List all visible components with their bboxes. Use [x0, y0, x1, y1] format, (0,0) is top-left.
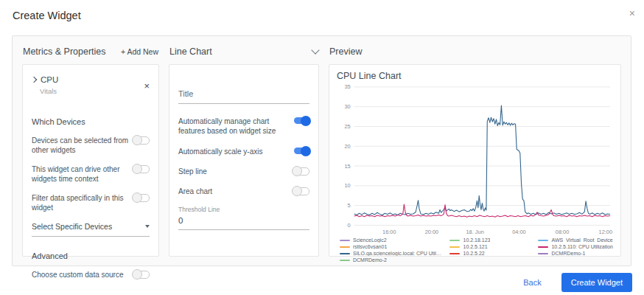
preview-column: Preview CPU Line Chart 0510152025303516:… [329, 43, 621, 257]
svg-text:10: 10 [345, 182, 351, 189]
legend-swatch [449, 246, 460, 249]
svg-text:20:00: 20:00 [425, 229, 439, 235]
legend-item[interactable]: rstlsvc6vsan01 [340, 244, 449, 250]
preview-title: Preview [329, 46, 362, 57]
toggle-area-chart[interactable] [293, 187, 309, 195]
chart-title: CPU Line Chart [337, 71, 613, 81]
chevron-down-icon[interactable] [311, 46, 319, 54]
chart-title-input[interactable] [178, 88, 309, 104]
toggle-drive-time-context[interactable] [133, 165, 150, 173]
svg-text:15: 15 [345, 163, 351, 170]
legend-label: 10.2.18.123 [463, 237, 490, 243]
legend-swatch [449, 240, 460, 242]
legend-column: 10.2.18.12310.2.5.12110.2.5.22 [449, 237, 538, 263]
legend-swatch [340, 260, 350, 262]
legend-swatch [340, 253, 350, 255]
svg-text:30: 30 [345, 103, 351, 110]
toggle-row-custom-data-source: Choose custom data source [32, 270, 150, 280]
legend-item[interactable]: 10.2.5.110: CPU Utilization [538, 244, 613, 250]
threshold-line-label: Threshold Line [178, 206, 309, 213]
legend-item[interactable]: DCMRDemo-1 [538, 251, 613, 257]
legend-swatch [538, 253, 548, 255]
metrics-card: CPU Vitals × Which Devices Devices can b… [22, 64, 159, 257]
svg-text:12:00: 12:00 [599, 229, 613, 235]
metrics-properties-column: Metrics & Properties + Add New CPU Vital… [22, 43, 159, 257]
preview-card: CPU Line Chart 0510152025303516:0020:001… [329, 64, 621, 257]
legend-item[interactable]: 10.2.5.22 [449, 251, 538, 257]
toggle-row-area-chart: Area chart [178, 187, 309, 196]
chart-legend: ScienceLogic2rstlsvc6vsan01SILO.qa.scien… [337, 237, 613, 263]
selected-metric-row[interactable]: CPU Vitals × [32, 75, 150, 95]
select-specific-devices-dropdown[interactable]: Select Specific Devices [32, 222, 150, 237]
metric-name: CPU [41, 75, 58, 84]
chevron-right-icon[interactable] [31, 77, 37, 83]
legend-label: DCMRDemo-2 [353, 257, 387, 263]
legend-item[interactable]: 10.2.5.121 [449, 244, 538, 250]
svg-text:20: 20 [345, 143, 351, 150]
legend-label: AWS_Virtual_Root_Device [551, 237, 612, 243]
chart-settings-column: Line Chart Automatically manage chart fe… [169, 43, 319, 257]
cpu-line-chart: 0510152025303516:0020:0018. Jun04:0008:0… [337, 83, 613, 237]
svg-text:0: 0 [348, 222, 351, 229]
toggle-row-filter-data: Filter data specifically in this widget [32, 193, 150, 212]
close-icon[interactable]: × [629, 8, 635, 18]
remove-metric-icon[interactable]: × [144, 81, 150, 91]
chart-settings-card: Automatically manage chart features base… [169, 64, 319, 257]
legend-column: AWS_Virtual_Root_Device10.2.5.110: CPU U… [538, 237, 613, 263]
legend-label: 10.2.5.121 [463, 244, 487, 249]
toggle-step-line[interactable] [293, 167, 309, 176]
legend-swatch [538, 246, 548, 249]
add-new-button[interactable]: + Add New [121, 47, 158, 56]
legend-label: rstlsvc6vsan01 [353, 244, 387, 249]
legend-item[interactable]: AWS_Virtual_Root_Device [538, 237, 613, 243]
dialog-footer: Back Create Widget [523, 273, 632, 292]
toggle-row-auto-scale: Automatically scale y-axis [178, 147, 309, 156]
dialog-title: Create Widget [13, 10, 81, 21]
legend-item[interactable]: DCMRDemo-2 [340, 257, 449, 263]
legend-swatch [340, 240, 350, 242]
which-devices-heading: Which Devices [32, 117, 150, 126]
toggle-auto-manage-features[interactable] [294, 117, 309, 124]
legend-swatch [538, 240, 548, 242]
toggle-row-step-line: Step line [178, 167, 309, 176]
svg-text:16:00: 16:00 [382, 229, 396, 235]
legend-item[interactable]: SILO.qa.sciencelogic.local: CPU Utilizat… [340, 251, 449, 257]
toggle-row-select-from-other-widgets: Devices can be selected from other widge… [32, 136, 150, 155]
legend-label: ScienceLogic2 [353, 237, 387, 243]
toggle-custom-data-source[interactable] [133, 271, 150, 279]
create-widget-button[interactable]: Create Widget [561, 273, 632, 292]
toggle-filter-data[interactable] [133, 194, 150, 202]
legend-column: ScienceLogic2rstlsvc6vsan01SILO.qa.scien… [340, 237, 449, 263]
legend-swatch [449, 253, 460, 255]
create-widget-panel: Metrics & Properties + Add New CPU Vital… [12, 35, 631, 266]
toggle-row-drive-time-context: This widget can drive other widgets time… [32, 164, 150, 184]
legend-label: SILO.qa.sciencelogic.local: CPU Utilizat… [353, 251, 441, 256]
toggle-row-auto-manage: Automatically manage chart features base… [178, 117, 309, 136]
legend-item[interactable]: ScienceLogic2 [340, 237, 449, 243]
advanced-heading: Advanced [32, 251, 150, 260]
svg-text:08:00: 08:00 [556, 229, 570, 235]
chart-type-title: Line Chart [169, 46, 212, 57]
metrics-properties-title: Metrics & Properties [23, 46, 106, 57]
legend-item[interactable]: 10.2.18.123 [449, 237, 538, 243]
back-button[interactable]: Back [523, 278, 541, 287]
toggle-auto-scale-y-axis[interactable] [294, 148, 309, 154]
legend-swatch [340, 246, 350, 249]
toggle-select-from-other-widgets[interactable] [133, 136, 150, 145]
caret-down-icon [145, 225, 150, 228]
metric-category: Vitals [40, 87, 58, 95]
legend-label: DCMRDemo-1 [551, 251, 585, 256]
svg-text:35: 35 [345, 83, 351, 90]
svg-text:5: 5 [348, 202, 351, 209]
svg-text:25: 25 [345, 123, 351, 130]
svg-text:04:00: 04:00 [512, 229, 526, 235]
legend-label: 10.2.5.110: CPU Utilization [551, 244, 613, 249]
threshold-line-input[interactable] [178, 214, 309, 230]
svg-text:18. Jun: 18. Jun [466, 229, 484, 235]
legend-label: 10.2.5.22 [463, 251, 484, 256]
